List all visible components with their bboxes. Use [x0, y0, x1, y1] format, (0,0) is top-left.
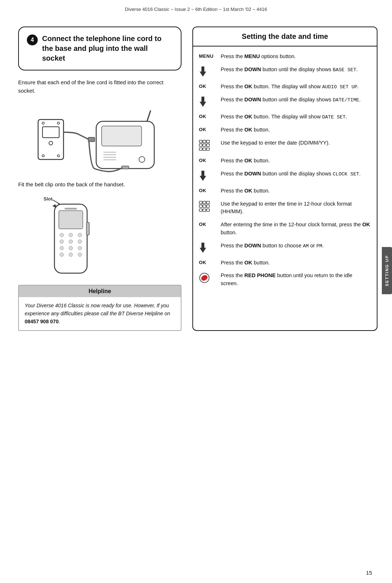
setting-title: Setting the date and time: [193, 27, 377, 46]
svg-point-35: [69, 253, 73, 256]
step-row: Press the DOWN button until the display …: [199, 63, 371, 80]
step-row: Use the keypad to enter the time in 12-h…: [199, 198, 371, 219]
svg-rect-47: [203, 148, 206, 150]
step-desc: Press the OK button.: [221, 259, 371, 267]
step-icon-arrow: [199, 170, 216, 182]
svg-point-5: [42, 155, 44, 157]
step-icon-text: OK: [199, 126, 216, 132]
step-icon-text: OK: [199, 157, 216, 163]
side-tab: SETTING UP: [382, 247, 392, 294]
step-row: Press the DOWN button until the display …: [199, 93, 371, 110]
svg-rect-9: [102, 126, 142, 146]
slot-diagram-svg: Slot: [33, 193, 105, 277]
svg-point-28: [60, 240, 64, 243]
belt-clip-text: Fit the belt clip onto the back of the h…: [18, 181, 181, 189]
step-desc: Press the OK button.: [221, 157, 371, 165]
step-row: MENUPress the MENU options button.: [199, 50, 371, 63]
step-icon-text: OK: [199, 221, 216, 227]
step-row: Use the keypad to enter the date (DD/MM/…: [199, 137, 371, 154]
step-row: OKPress the OK button.: [199, 256, 371, 270]
svg-rect-37: [86, 222, 89, 235]
step-row: Press the RED PHONE button until you ret…: [199, 269, 371, 290]
step-row: OKPress the OK button.: [199, 154, 371, 167]
helpline-body: Your Diverse 4016 Classic is now ready f…: [19, 297, 181, 330]
svg-text:Slot: Slot: [44, 196, 53, 202]
page-number: 15: [366, 570, 372, 576]
step-row: OKPress the OK button.: [199, 124, 371, 137]
telephone-diagram: [18, 101, 181, 174]
step-icon-text: OK: [199, 113, 216, 119]
step-desc: After entering the time in the 12-hour c…: [221, 221, 371, 237]
step-row: OKPress the OK button.: [199, 185, 371, 198]
svg-rect-44: [203, 144, 206, 146]
page-header: Diverse 4016 Classic ~ Issue 2 ~ 6th Edi…: [0, 0, 392, 16]
step-number: 4: [27, 35, 38, 45]
step-icon-text: OK: [199, 187, 216, 193]
step-row: Press the DOWN button until the display …: [199, 167, 371, 185]
svg-rect-45: [207, 144, 209, 146]
svg-point-26: [69, 233, 73, 237]
svg-point-27: [78, 233, 82, 237]
step-desc: Use the keypad to enter the time in 12-h…: [221, 200, 371, 216]
svg-rect-57: [199, 209, 202, 211]
svg-rect-1: [42, 127, 59, 138]
svg-marker-38: [200, 66, 206, 77]
svg-point-15: [139, 157, 145, 162]
step-icon-keypad: [199, 139, 216, 152]
svg-rect-56: [207, 205, 209, 207]
step-row: Press the DOWN button to choose AM or PM…: [199, 239, 371, 256]
helpline-body-text: Your Diverse 4016 Classic is now ready f…: [25, 303, 170, 316]
svg-rect-58: [203, 209, 206, 211]
helpline-phone-suffix: .: [58, 319, 60, 324]
step-desc: Press the DOWN button to choose AM or PM…: [221, 242, 371, 250]
step-desc: Press the DOWN button until the display …: [221, 170, 371, 178]
svg-point-3: [42, 122, 44, 124]
svg-point-33: [78, 246, 82, 250]
step-icon-text: OK: [199, 83, 216, 89]
svg-point-2: [49, 141, 53, 145]
step-desc: Press the RED PHONE button until you ret…: [221, 272, 371, 288]
ensure-text: Ensure that each end of the line cord is…: [18, 78, 181, 95]
svg-rect-40: [199, 140, 202, 143]
svg-rect-7: [88, 137, 95, 142]
svg-point-30: [78, 240, 82, 243]
step-icon-text: MENU: [199, 53, 216, 59]
svg-line-10: [147, 110, 151, 121]
step-icon-text: OK: [199, 259, 216, 265]
step-desc: Press the DOWN button until the display …: [221, 66, 371, 74]
step-desc: Press the DOWN button until the display …: [221, 96, 371, 104]
step-desc: Press the OK button.: [221, 126, 371, 134]
svg-point-31: [60, 246, 64, 250]
svg-rect-0: [38, 120, 64, 159]
svg-rect-53: [207, 201, 209, 204]
helpline-header: Helpline: [19, 286, 181, 297]
svg-rect-42: [207, 140, 209, 143]
svg-rect-43: [199, 144, 202, 146]
svg-point-36: [78, 253, 82, 256]
svg-rect-23: [59, 211, 83, 229]
left-column: 4 Connect the telephone line cord to the…: [18, 27, 192, 331]
svg-rect-52: [203, 201, 206, 204]
step-row: OKPress the OK button. The display will …: [199, 80, 371, 93]
svg-rect-41: [203, 140, 206, 143]
step-desc: Press the OK button. The display will sh…: [221, 113, 371, 121]
step4-box: 4 Connect the telephone line cord to the…: [18, 27, 181, 70]
svg-rect-55: [203, 205, 206, 207]
step-row: OKPress the OK button. The display will …: [199, 110, 371, 124]
svg-point-29: [69, 240, 73, 243]
svg-point-6: [57, 155, 60, 157]
svg-marker-50: [200, 171, 206, 181]
right-column: Setting the date and time MENUPress the …: [192, 27, 377, 331]
step-icon-arrow: [199, 66, 216, 78]
svg-rect-59: [207, 209, 209, 211]
step-desc: Press the OK button.: [221, 187, 371, 195]
svg-rect-24: [65, 208, 77, 210]
svg-rect-54: [199, 205, 202, 207]
svg-rect-51: [199, 201, 202, 204]
svg-rect-48: [207, 148, 209, 150]
step-row: OKAfter entering the time in the 12-hour…: [199, 218, 371, 239]
helpline-box: Helpline Your Diverse 4016 Classic is no…: [18, 285, 181, 331]
helpline-phone: 08457 908 070: [25, 319, 58, 324]
svg-rect-46: [199, 148, 202, 150]
step-icon-redphone: [199, 272, 216, 284]
